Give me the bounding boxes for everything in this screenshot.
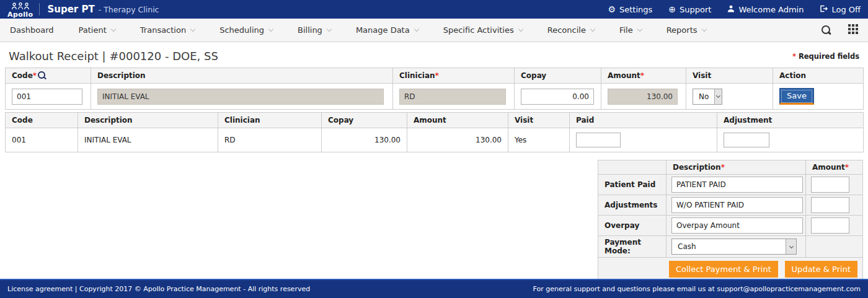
header-label: Action <box>779 71 806 80</box>
column-header-amount: Amount* <box>806 160 863 175</box>
empty-cell <box>806 236 863 258</box>
cell-code: 001 <box>6 128 78 152</box>
nav-item-reports[interactable]: Reports <box>666 25 706 35</box>
support-button[interactable]: ⊕ Support <box>668 5 711 14</box>
visit-select[interactable]: No <box>693 89 722 105</box>
header-label: Clinician <box>399 71 435 80</box>
nav-item-file[interactable]: File <box>619 25 642 35</box>
paid-input[interactable] <box>576 133 621 147</box>
top-bar-actions: ⚙ Settings ⊕ Support Welcome Admin Log O… <box>608 5 861 14</box>
column-header-amount: Amount <box>407 113 508 128</box>
header-label: Description <box>673 163 721 172</box>
life-ring-icon: ⊕ <box>668 5 676 14</box>
payment-mode-label: Payment Mode: <box>598 236 666 258</box>
collect-payment-print-button[interactable]: Collect Payment & Print <box>669 261 778 278</box>
table-row: 001 INITIAL EVAL RD 130.00 130.00 Yes <box>6 128 864 152</box>
header-label: Amount <box>414 116 446 125</box>
gear-icon: ⚙ <box>608 5 616 14</box>
chevron-down-icon <box>518 26 523 31</box>
overpay-label: Overpay <box>598 216 666 236</box>
visit-selected-value: No <box>693 89 714 104</box>
footer-support-email: For general support and questions please… <box>533 285 861 293</box>
header-label: Paid <box>576 116 594 125</box>
app-name: Super PT <box>47 4 94 15</box>
column-header-amount: Amount* <box>601 68 686 84</box>
divider <box>39 3 40 15</box>
required-asterisk: * <box>33 71 37 80</box>
nav-item-transaction[interactable]: Transaction <box>140 25 195 35</box>
update-print-button[interactable]: Update & Print <box>785 261 857 278</box>
header-label: Description <box>84 116 133 125</box>
user-icon <box>727 5 735 14</box>
payment-mode-selected-value: Cash <box>672 239 786 254</box>
cell-copay: 130.00 <box>322 128 407 152</box>
nav-item-scheduling[interactable]: Scheduling <box>219 25 273 35</box>
clinician-field <box>399 89 506 105</box>
required-asterisk: * <box>792 52 796 61</box>
page-title: Walkout Receipt | #000120 - DOE, SS <box>9 50 218 63</box>
patient-paid-description-input[interactable] <box>671 177 803 193</box>
header-label: Description <box>97 71 146 80</box>
cell-description: INITIAL EVAL <box>78 128 218 152</box>
save-button[interactable]: Save <box>779 88 814 105</box>
column-header-code: Code* <box>6 68 91 84</box>
code-input[interactable] <box>12 89 82 105</box>
adjustments-description-input[interactable] <box>671 197 803 213</box>
walkout-lines-table: Code Description Clinician Copay Amount … <box>5 112 864 152</box>
payment-header-row: Description* Amount* <box>598 160 863 175</box>
column-header-copay: Copay <box>515 68 601 84</box>
nav-item-reconcile[interactable]: Reconcile <box>547 25 595 35</box>
title-row: Walkout Receipt | #000120 - DOE, SS * Re… <box>0 42 868 65</box>
patient-paid-label: Patient Paid <box>598 175 666 195</box>
adjustments-label: Adjustments <box>598 195 666 216</box>
amount-field <box>608 89 678 105</box>
walkout-entry-table: Code* Description Clinician* Copay Amoun… <box>5 68 864 110</box>
required-fields-note: * Required fields <box>792 52 859 61</box>
payment-mode-select[interactable]: Cash <box>671 239 797 255</box>
chevron-down-icon <box>268 26 273 31</box>
cell-clinician: RD <box>218 128 322 152</box>
patient-paid-amount-input[interactable] <box>811 177 849 193</box>
adjustment-input[interactable] <box>724 133 769 147</box>
welcome-label: Welcome Admin <box>738 5 804 14</box>
column-header-adjustment: Adjustment <box>717 113 864 128</box>
nav-item-specific-activities[interactable]: Specific Activities <box>443 25 523 35</box>
overpay-description-input[interactable] <box>671 217 803 234</box>
settings-label: Settings <box>619 5 652 14</box>
welcome-admin-menu[interactable]: Welcome Admin <box>727 5 804 14</box>
overpay-amount-input[interactable] <box>811 217 849 234</box>
app-subtitle: - Therapy Clinic <box>99 5 159 14</box>
code-lookup-icon[interactable] <box>38 71 46 80</box>
chevron-down-icon <box>111 26 116 31</box>
copay-input[interactable] <box>521 89 594 105</box>
nav-item-manage-data[interactable]: Manage Data <box>356 25 418 35</box>
required-note-text: Required fields <box>799 52 859 61</box>
nav-item-patient[interactable]: Patient <box>79 25 115 35</box>
nav-label: Billing <box>298 25 322 35</box>
header-label: Copay <box>521 71 546 80</box>
header-label: Visit <box>515 116 533 125</box>
search-icon[interactable] <box>821 25 832 36</box>
settings-button[interactable]: ⚙ Settings <box>608 5 652 14</box>
logoff-label: Log Off <box>831 5 861 14</box>
chevron-down-icon <box>714 89 722 104</box>
nav-item-billing[interactable]: Billing <box>298 25 331 35</box>
footer-license-copyright[interactable]: License agreement | Copyright 2017 © Apo… <box>7 285 310 293</box>
nav-label: Manage Data <box>356 25 410 35</box>
header-label: Code <box>12 71 33 80</box>
cell-amount: 130.00 <box>407 128 508 152</box>
required-asterisk: * <box>845 163 849 172</box>
nav-item-dashboard[interactable]: Dashboard <box>10 25 54 35</box>
nav-label: Transaction <box>140 25 186 35</box>
chevron-down-icon <box>701 26 706 31</box>
chevron-down-icon <box>190 26 195 31</box>
apollo-logo[interactable]: Apollo <box>7 2 33 18</box>
header-label: Clinician <box>224 116 260 125</box>
adjustments-amount-input[interactable] <box>811 197 849 213</box>
nav-label: Specific Activities <box>443 25 514 35</box>
column-header-description: Description <box>78 113 218 128</box>
log-off-button[interactable]: Log Off <box>820 5 861 14</box>
apps-grid-icon[interactable] <box>848 24 858 37</box>
required-asterisk: * <box>721 163 725 172</box>
header-label: Amount <box>812 163 845 172</box>
